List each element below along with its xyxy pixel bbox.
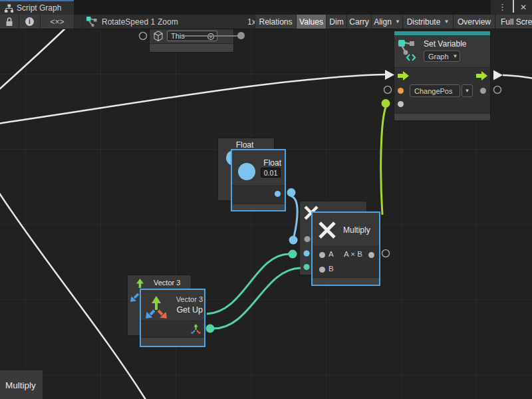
- info-icon: i: [25, 17, 34, 26]
- empty-port-ring[interactable]: [494, 86, 501, 94]
- input-port-a[interactable]: [319, 252, 325, 258]
- value-input-port[interactable]: [398, 101, 404, 107]
- tab-bar: Script Graph ⋮ ✕: [0, 0, 532, 15]
- node-title: Set Variable: [424, 39, 466, 49]
- carry-button[interactable]: Carry: [346, 15, 371, 29]
- empty-port-ring[interactable]: [140, 33, 147, 40]
- lock-button[interactable]: [0, 15, 19, 29]
- lime-wire-endpoint[interactable]: [382, 99, 390, 108]
- teal-wire-endpoint[interactable]: [289, 250, 297, 259]
- flow-arrowhead: [493, 70, 503, 80]
- node-footer: [150, 43, 233, 52]
- toolbar-buttons: Relations Values Dim Carry Align▼ Distri…: [255, 15, 532, 29]
- code-preview-button[interactable]: <×>: [41, 15, 74, 29]
- node-title: Multiply: [5, 380, 36, 390]
- close-icon[interactable]: ✕: [520, 0, 527, 15]
- float-value-field[interactable]: 0.01: [261, 168, 281, 178]
- maximize-icon[interactable]: [513, 0, 514, 15]
- zoom-slider-handle[interactable]: [237, 32, 245, 39]
- input-port-b[interactable]: [319, 267, 325, 273]
- lime-value-wire[interactable]: [381, 107, 386, 215]
- flow-wire-into-set-variable[interactable]: [0, 74, 385, 124]
- node-title: Multiply: [343, 225, 370, 235]
- values-button[interactable]: Values: [296, 15, 326, 29]
- unity-script-graph-window: Float Vector 3 This: [0, 0, 532, 399]
- vector3-axes-icon: [144, 293, 168, 320]
- vector3-mini-icon: [190, 323, 201, 334]
- set-variable-node[interactable]: Set Variable Graph ▼ ChangePos ▼: [394, 31, 491, 121]
- chevron-down-icon: ▼: [444, 19, 449, 25]
- output-label: A × B: [344, 250, 362, 258]
- cube-icon: [153, 31, 164, 42]
- node-footer: [394, 113, 490, 120]
- variable-name-dropdown[interactable]: ChangePos: [410, 84, 460, 97]
- dim-button[interactable]: Dim: [326, 15, 346, 29]
- zoom-slider-track[interactable]: [180, 35, 238, 37]
- output-port[interactable]: [368, 252, 374, 258]
- object-picker-icon[interactable]: [207, 33, 215, 41]
- info-button[interactable]: i: [19, 15, 40, 29]
- node-footer: [232, 203, 285, 210]
- tab-title: Script Graph: [17, 3, 61, 13]
- port-a-label: A: [329, 250, 334, 258]
- align-button[interactable]: Align▼: [371, 15, 402, 29]
- code-icon: <×>: [50, 17, 64, 27]
- fullscreen-button[interactable]: Full Screen: [495, 15, 532, 29]
- variable-name-chevron-button[interactable]: ▼: [462, 84, 473, 97]
- lock-icon: [5, 17, 13, 27]
- distribute-button[interactable]: Distribute▼: [402, 15, 453, 29]
- multiply-node-corner[interactable]: Multiply: [0, 370, 43, 399]
- port-b-label: B: [329, 265, 334, 273]
- relations-button[interactable]: Relations: [255, 15, 296, 29]
- flow-arrowhead: [385, 70, 394, 80]
- flow-wire[interactable]: [0, 25, 68, 91]
- window-controls: ⋮ ✕: [491, 0, 532, 15]
- flow-wire-out-of-set-variable[interactable]: [503, 75, 532, 78]
- node-title: Get Up: [166, 305, 203, 315]
- flow-output-port[interactable]: [476, 71, 487, 80]
- node-footer: [141, 337, 204, 346]
- overview-button[interactable]: Overview: [453, 15, 495, 29]
- graph-toolbar: i <×> RotateSpeed 1 Zoom 1x Relations Va…: [0, 15, 532, 29]
- empty-port-ring[interactable]: [382, 250, 390, 257]
- chevron-down-icon: ▼: [395, 19, 400, 25]
- float-type-icon: [238, 163, 255, 180]
- node-type-label: Vector 3: [169, 295, 203, 303]
- teal-wire-endpoint[interactable]: [206, 325, 215, 333]
- vector3-get-up-node[interactable]: Vector 3 Get Up: [140, 289, 205, 347]
- flow-wire[interactable]: [0, 192, 147, 399]
- this-node[interactable]: This: [149, 27, 234, 53]
- graph-node-icon: [86, 16, 98, 27]
- float-output-port[interactable]: [275, 191, 281, 197]
- graph-hierarchy-icon: [5, 4, 13, 13]
- variable-input-port[interactable]: [398, 88, 404, 94]
- empty-port-ring[interactable]: [384, 86, 392, 94]
- teal-value-wire[interactable]: [207, 254, 289, 314]
- node-title: Float: [259, 158, 281, 168]
- node-title: Vector 3: [154, 279, 180, 287]
- graph-breadcrumb[interactable]: RotateSpeed 1: [86, 15, 155, 29]
- variable-accent-stripe: [394, 31, 490, 35]
- multiply-x-icon: [318, 221, 336, 239]
- graph-canvas[interactable]: Float Vector 3 This: [0, 0, 532, 399]
- variable-output-port[interactable]: [480, 88, 486, 94]
- arrow-up-icon: [135, 278, 145, 289]
- zoom-label: Zoom: [158, 15, 178, 29]
- tab-script-graph[interactable]: Script Graph: [0, 0, 74, 15]
- teal-value-wire[interactable]: [213, 268, 301, 329]
- kebab-menu-icon[interactable]: ⋮: [498, 0, 507, 15]
- set-variable-icon: [398, 39, 417, 61]
- flow-input-port[interactable]: [398, 71, 409, 80]
- multiply-node[interactable]: Multiply A A × B B: [311, 211, 380, 286]
- float-node[interactable]: Float 0.01: [231, 149, 286, 211]
- node-footer: [313, 277, 379, 285]
- variable-scope-dropdown[interactable]: Graph ▼: [424, 51, 460, 62]
- node-title: Float: [218, 140, 271, 150]
- blue-value-wire[interactable]: [291, 196, 297, 237]
- chevron-down-icon: ▼: [453, 53, 458, 59]
- blue-wire-endpoint[interactable]: [289, 236, 298, 245]
- chevron-down-icon: ▼: [465, 88, 470, 94]
- blue-wire-endpoint[interactable]: [287, 188, 296, 197]
